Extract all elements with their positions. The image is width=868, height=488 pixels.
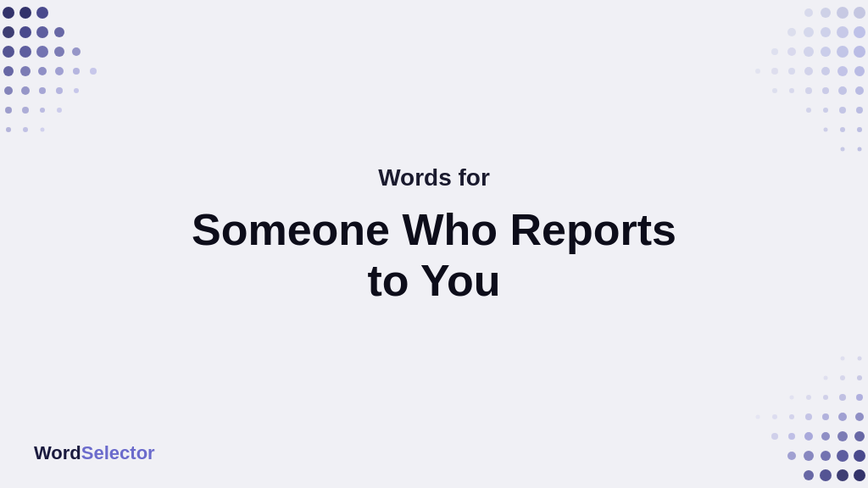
svg-point-96: [824, 376, 828, 380]
svg-point-75: [787, 452, 796, 460]
svg-point-1: [19, 7, 31, 19]
title-line1: Someone Who Reports: [192, 205, 676, 256]
svg-point-73: [821, 451, 831, 461]
svg-point-89: [856, 394, 863, 401]
svg-point-94: [857, 375, 862, 380]
svg-point-85: [805, 413, 812, 420]
svg-point-84: [822, 413, 829, 420]
svg-point-28: [23, 127, 28, 132]
svg-point-33: [804, 8, 813, 17]
title-line2: to You: [192, 256, 676, 307]
svg-point-44: [771, 48, 778, 55]
dots-bottom-right: [682, 319, 868, 488]
svg-point-15: [55, 67, 64, 75]
svg-point-57: [772, 88, 777, 93]
svg-point-67: [854, 469, 865, 481]
content-area: Words for Someone Who Reports to You: [192, 164, 676, 307]
svg-point-53: [838, 86, 847, 95]
svg-point-34: [854, 26, 865, 38]
svg-point-18: [4, 86, 13, 95]
svg-point-59: [839, 107, 846, 114]
svg-point-45: [854, 66, 865, 76]
svg-point-97: [858, 357, 862, 361]
svg-point-23: [5, 107, 12, 114]
svg-point-81: [771, 433, 778, 440]
svg-point-46: [837, 66, 848, 76]
svg-point-6: [54, 27, 64, 37]
svg-point-25: [40, 108, 45, 113]
svg-point-36: [821, 27, 831, 37]
svg-point-64: [824, 128, 828, 132]
logo-selector: Selector: [81, 442, 155, 464]
svg-point-40: [837, 46, 849, 58]
svg-point-63: [840, 127, 845, 132]
svg-point-91: [823, 395, 828, 400]
svg-point-80: [788, 433, 795, 440]
svg-point-98: [841, 357, 845, 361]
svg-point-48: [804, 67, 813, 75]
svg-point-90: [839, 394, 846, 401]
svg-point-86: [789, 414, 794, 419]
svg-point-26: [57, 108, 62, 113]
svg-point-58: [856, 107, 863, 114]
svg-point-38: [787, 28, 796, 36]
svg-point-55: [805, 87, 812, 94]
svg-point-39: [854, 46, 865, 58]
svg-point-93: [790, 396, 794, 400]
svg-point-29: [41, 128, 45, 132]
svg-point-88: [756, 415, 760, 419]
dots-top-right: [682, 0, 868, 186]
svg-point-70: [804, 470, 814, 480]
svg-point-14: [38, 67, 47, 75]
svg-point-35: [837, 26, 849, 38]
svg-point-60: [823, 108, 828, 113]
svg-point-79: [804, 432, 813, 441]
svg-point-68: [837, 469, 849, 481]
svg-point-71: [854, 450, 865, 462]
svg-point-54: [822, 87, 829, 94]
svg-point-76: [854, 431, 865, 441]
svg-point-19: [21, 86, 30, 95]
svg-point-37: [804, 27, 814, 37]
svg-point-0: [3, 7, 14, 19]
svg-point-8: [19, 46, 31, 58]
svg-point-5: [36, 26, 48, 38]
svg-point-69: [820, 469, 832, 481]
svg-point-78: [821, 432, 830, 441]
svg-point-74: [804, 451, 814, 461]
main-title: Someone Who Reports to You: [192, 205, 676, 307]
svg-point-83: [838, 413, 847, 421]
svg-point-61: [806, 108, 811, 113]
svg-point-3: [3, 26, 14, 38]
svg-point-62: [857, 127, 862, 132]
dots-top-left: [0, 0, 153, 169]
svg-point-77: [837, 431, 848, 441]
svg-point-17: [90, 68, 97, 75]
svg-point-92: [806, 395, 811, 400]
svg-point-52: [855, 86, 864, 95]
svg-point-7: [3, 46, 14, 58]
svg-point-65: [858, 147, 862, 152]
svg-point-51: [755, 69, 760, 74]
svg-point-31: [837, 7, 849, 19]
svg-point-32: [821, 8, 831, 18]
logo-word: Word: [34, 442, 81, 464]
svg-point-24: [22, 107, 29, 114]
svg-point-21: [56, 87, 63, 94]
svg-point-27: [6, 127, 11, 132]
svg-point-87: [772, 414, 777, 419]
svg-point-22: [74, 88, 79, 93]
subtitle: Words for: [192, 164, 676, 191]
svg-point-66: [841, 147, 845, 152]
svg-point-30: [854, 7, 865, 19]
logo: WordSelector: [34, 442, 155, 464]
svg-point-47: [821, 67, 830, 75]
svg-point-43: [787, 47, 796, 56]
svg-point-42: [804, 47, 814, 57]
svg-point-95: [840, 375, 845, 380]
svg-point-16: [73, 68, 80, 75]
svg-point-82: [855, 413, 864, 421]
svg-point-72: [837, 450, 849, 462]
svg-point-10: [54, 47, 64, 57]
svg-point-12: [3, 66, 14, 76]
